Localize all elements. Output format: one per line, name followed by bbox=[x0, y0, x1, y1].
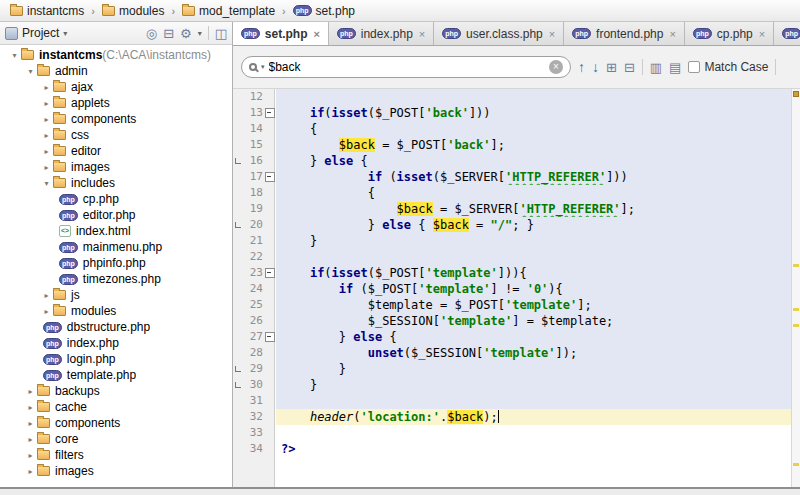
collapse-all-icon[interactable]: ⊟ bbox=[163, 27, 174, 40]
code-line[interactable]: 16 } else { bbox=[233, 153, 800, 169]
tree-item-modules[interactable]: ▸modules bbox=[0, 303, 232, 319]
match-case-checkbox[interactable] bbox=[688, 61, 700, 73]
code-line[interactable]: 26 $_SESSION['template'] = $template; bbox=[233, 313, 800, 329]
tree-item-admin[interactable]: ▾admin bbox=[0, 63, 232, 79]
search-history-chevron-icon[interactable]: ▾ bbox=[261, 63, 265, 71]
tree-item-includes[interactable]: ▾includes bbox=[0, 175, 232, 191]
chevron-right-icon[interactable]: ▸ bbox=[24, 403, 37, 412]
code-line[interactable]: 12 bbox=[233, 89, 800, 105]
chevron-right-icon[interactable]: ▸ bbox=[40, 307, 53, 316]
tree-item-index-html[interactable]: index.html bbox=[0, 223, 232, 239]
chevron-right-icon[interactable]: ▸ bbox=[40, 147, 53, 156]
chevron-down-icon[interactable]: ▾ bbox=[40, 179, 53, 188]
tab-frontend-php[interactable]: frontend.php bbox=[564, 22, 685, 45]
fold-toggle-icon[interactable] bbox=[263, 105, 276, 121]
tree-item-components[interactable]: ▸components bbox=[0, 415, 232, 431]
find-previous-button[interactable]: ↑ bbox=[578, 60, 585, 74]
chevron-down-icon[interactable]: ▾ bbox=[8, 51, 21, 60]
highlight-all-icon[interactable]: ▥ bbox=[650, 61, 662, 74]
code-line[interactable]: 15 $back = $_POST['back']; bbox=[233, 137, 800, 153]
tree-item-timezones-php[interactable]: timezones.php bbox=[0, 271, 232, 287]
code-line[interactable]: 32 header('location:'.$back); bbox=[233, 409, 800, 425]
close-icon[interactable] bbox=[314, 28, 320, 40]
find-next-button[interactable]: ↓ bbox=[592, 60, 599, 74]
tree-item-editor[interactable]: ▸editor bbox=[0, 143, 232, 159]
code-editor[interactable]: 1213 if(isset($_POST['back']))14 {15 $ba… bbox=[233, 89, 800, 495]
settings-gear-icon[interactable]: ⚙ bbox=[180, 27, 192, 40]
close-icon[interactable] bbox=[419, 28, 425, 40]
tree-item-images[interactable]: ▸images bbox=[0, 159, 232, 175]
chevron-right-icon[interactable]: ▸ bbox=[24, 419, 37, 428]
search-field[interactable]: ▾ bbox=[241, 56, 571, 78]
chevron-right-icon[interactable]: ▸ bbox=[24, 435, 37, 444]
breadcrumb-item[interactable]: instantcms bbox=[6, 3, 88, 19]
tree-item-instantcms[interactable]: ▾instantcms (C:\ACA\instantcms) bbox=[0, 47, 232, 63]
code-line[interactable]: 30 } bbox=[233, 377, 800, 393]
hide-panel-icon[interactable]: ◫ bbox=[215, 27, 227, 40]
scroll-from-source-icon[interactable]: ◎ bbox=[146, 27, 157, 40]
breadcrumb-item[interactable]: mod_template bbox=[178, 3, 279, 19]
chevron-down-icon[interactable]: ▾ bbox=[63, 29, 67, 38]
chevron-right-icon[interactable]: ▸ bbox=[24, 451, 37, 460]
tree-item-images[interactable]: ▸images bbox=[0, 463, 232, 479]
tree-item-filters[interactable]: ▸filters bbox=[0, 447, 232, 463]
tab-cp-php[interactable]: cp.php bbox=[685, 22, 774, 45]
tab-set-php[interactable]: set.php bbox=[233, 22, 329, 45]
project-panel-title[interactable]: Project bbox=[22, 26, 59, 40]
tree-item-core[interactable]: ▸core bbox=[0, 431, 232, 447]
code-line[interactable]: 34?> bbox=[233, 441, 800, 457]
code-line[interactable]: 31 bbox=[233, 393, 800, 409]
code-line[interactable]: 33 bbox=[233, 425, 800, 441]
chevron-down-icon[interactable]: ▾ bbox=[198, 29, 202, 38]
breadcrumb-item[interactable]: modules bbox=[98, 3, 168, 19]
code-line[interactable]: 28 unset($_SESSION['template']); bbox=[233, 345, 800, 361]
fold-toggle-icon[interactable] bbox=[263, 265, 276, 281]
fold-end-icon[interactable] bbox=[233, 217, 242, 233]
error-stripe-scrollbar[interactable] bbox=[791, 89, 800, 495]
chevron-right-icon[interactable]: ▸ bbox=[24, 387, 37, 396]
open-results-icon[interactable]: ▤ bbox=[669, 61, 681, 74]
tree-item-editor-php[interactable]: editor.php bbox=[0, 207, 232, 223]
close-icon[interactable] bbox=[759, 28, 765, 40]
tab-model-php[interactable]: model.php bbox=[774, 22, 800, 45]
fold-end-icon[interactable] bbox=[233, 377, 242, 393]
search-match-marker[interactable] bbox=[793, 463, 799, 466]
add-occurrence-icon[interactable]: ⊞ bbox=[606, 61, 617, 74]
chevron-right-icon[interactable]: ▸ bbox=[40, 83, 53, 92]
tree-item-backups[interactable]: ▸backups bbox=[0, 383, 232, 399]
code-line[interactable]: 21 } bbox=[233, 233, 800, 249]
tree-item-css[interactable]: ▸css bbox=[0, 127, 232, 143]
chevron-right-icon[interactable]: ▸ bbox=[40, 99, 53, 108]
tree-item-cp-php[interactable]: cp.php bbox=[0, 191, 232, 207]
chevron-right-icon[interactable]: ▸ bbox=[40, 163, 53, 172]
exclude-occurrence-icon[interactable]: ⊟ bbox=[624, 61, 635, 74]
tree-item-login-php[interactable]: login.php bbox=[0, 351, 232, 367]
tree-item-components[interactable]: ▸components bbox=[0, 111, 232, 127]
code-line[interactable]: 27 } else { bbox=[233, 329, 800, 345]
tree-item-ajax[interactable]: ▸ajax bbox=[0, 79, 232, 95]
search-match-marker[interactable] bbox=[793, 264, 799, 267]
chevron-right-icon[interactable]: ▸ bbox=[24, 467, 37, 476]
tree-item-dbstructure-php[interactable]: dbstructure.php bbox=[0, 319, 232, 335]
code-line[interactable]: 18 { bbox=[233, 185, 800, 201]
code-line[interactable]: 13 if(isset($_POST['back'])) bbox=[233, 105, 800, 121]
code-line[interactable]: 14 { bbox=[233, 121, 800, 137]
code-line[interactable]: 23 if(isset($_POST['template'])){ bbox=[233, 265, 800, 281]
fold-toggle-icon[interactable] bbox=[263, 329, 276, 345]
chevron-right-icon[interactable]: ▸ bbox=[40, 291, 53, 300]
tree-item-template-php[interactable]: template.php bbox=[0, 367, 232, 383]
code-line[interactable]: 22 bbox=[233, 249, 800, 265]
tree-item-phpinfo-php[interactable]: phpinfo.php bbox=[0, 255, 232, 271]
search-match-marker[interactable] bbox=[793, 308, 799, 311]
tree-item-cache[interactable]: ▸cache bbox=[0, 399, 232, 415]
tree-item-applets[interactable]: ▸applets bbox=[0, 95, 232, 111]
code-line[interactable]: 17 if (isset($_SERVER['HTTP_REFERER'])) bbox=[233, 169, 800, 185]
code-line[interactable]: 29 } bbox=[233, 361, 800, 377]
search-match-marker[interactable] bbox=[793, 324, 799, 327]
chevron-down-icon[interactable]: ▾ bbox=[24, 67, 37, 76]
code-line[interactable]: 24 if ($_POST['template'] != '0'){ bbox=[233, 281, 800, 297]
inspection-status-icon[interactable] bbox=[793, 91, 799, 97]
code-line[interactable]: 20 } else { $back = "/"; } bbox=[233, 217, 800, 233]
close-icon[interactable] bbox=[669, 28, 675, 40]
search-input[interactable] bbox=[269, 60, 545, 74]
